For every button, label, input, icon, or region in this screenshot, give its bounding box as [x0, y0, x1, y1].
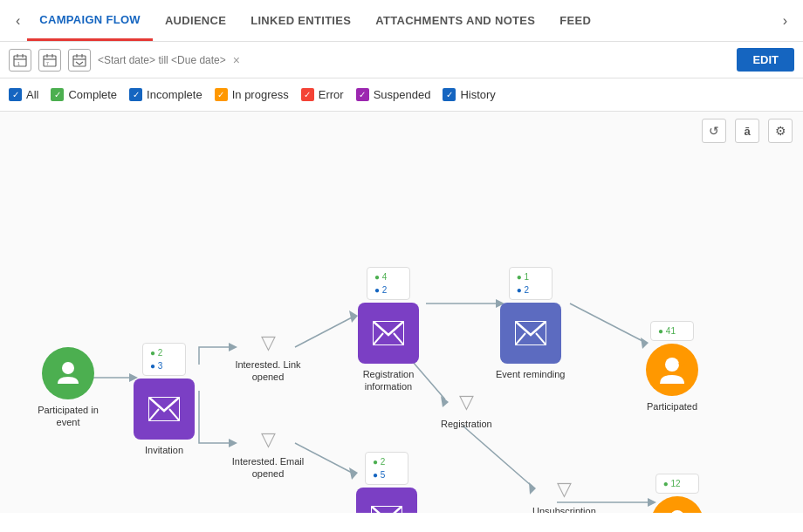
label-registration-info: Registration information [349, 368, 428, 393]
svg-line-28 [463, 426, 532, 487]
stat-er-green: ● 1 [517, 272, 529, 282]
filter-all[interactable]: ✓ All [9, 88, 38, 101]
stat-return-green: ● 2 [373, 457, 385, 467]
filter-complete[interactable]: ✓ Complete [51, 88, 117, 101]
node-participated[interactable]: ● 41 Participated [646, 321, 698, 413]
email-return [356, 488, 417, 513]
text-tool-button[interactable]: ā [735, 119, 759, 143]
svg-line-26 [570, 304, 644, 342]
stat-reg-info-green: ● 4 [374, 272, 387, 282]
svg-line-38 [373, 333, 383, 345]
svg-point-46 [665, 358, 679, 372]
filter-history-label: History [460, 88, 495, 101]
label-registration-filter: Registration [441, 418, 492, 430]
date-icon-2[interactable]: 7 [38, 49, 61, 72]
node-registration-filter: ▽ Registration [441, 391, 492, 430]
node-unsubscription-filter: ▽ Unsubscription [532, 478, 596, 513]
undo-button[interactable]: ↺ [702, 119, 726, 143]
svg-point-32 [62, 362, 74, 374]
tab-campaign-flow[interactable]: CAMPAIGN FLOW [27, 1, 153, 41]
node-unsubscribed[interactable]: ● 12 Unsubscribed [648, 474, 706, 513]
email-invitation [134, 379, 195, 440]
node-event-reminding[interactable]: ● 1 ● 2 Event reminding [496, 267, 566, 380]
checkbox-complete[interactable]: ✓ [51, 88, 64, 101]
date-range-clear-button[interactable]: × [233, 53, 240, 67]
stat-invitation-green: ● 2 [150, 348, 162, 358]
stats-return: ● 2 ● 5 [365, 452, 408, 485]
top-nav: ‹ CAMPAIGN FLOW AUDIENCE LINKED ENTITIES… [0, 0, 803, 42]
node-interested-link: ▽ Interested. Link opened [229, 331, 307, 384]
filter-icon-email: ▽ [261, 428, 276, 451]
email-event-reminding [500, 303, 561, 364]
stat-return-blue: ● 5 [373, 470, 385, 480]
tab-attachments-notes[interactable]: ATTACHMENTS AND NOTES [363, 2, 547, 39]
tab-audience[interactable]: AUDIENCE [153, 2, 238, 39]
stat-er-blue: ● 2 [517, 285, 529, 295]
filter-incomplete[interactable]: ✓ Incomplete [129, 88, 202, 101]
svg-rect-0 [14, 56, 26, 66]
email-registration-info [358, 303, 419, 364]
settings-tool-button[interactable]: ⚙ [768, 119, 793, 143]
stats-event-reminding: ● 1 ● 2 [509, 267, 552, 300]
label-event-reminding: Event reminding [496, 368, 566, 380]
stats-invitation: ● 2 ● 3 [142, 343, 186, 376]
stats-unsubscribed: ● 12 [655, 474, 699, 494]
date-icon-dropdown[interactable] [68, 49, 91, 72]
checkbox-all[interactable]: ✓ [9, 88, 22, 101]
checkbox-in-progress[interactable]: ✓ [215, 88, 228, 101]
nav-prev-arrow[interactable]: ‹ [9, 13, 27, 29]
circle-unsubscribed [651, 496, 703, 513]
label-invitation: Invitation [145, 444, 183, 456]
date-range-text: <Start date> till <Due date> [98, 54, 226, 66]
label-interested-link: Interested. Link opened [229, 358, 307, 384]
filter-in-progress[interactable]: ✓ In progress [215, 88, 289, 101]
checkbox-history[interactable]: ✓ [443, 88, 456, 101]
toolbar-row: 1 7 <Start date> till <Due date> × EDIT [0, 42, 803, 78]
checkbox-incomplete[interactable]: ✓ [129, 88, 142, 101]
stat-invitation-blue: ● 3 [150, 361, 162, 371]
svg-point-47 [670, 510, 684, 513]
stats-registration-info: ● 4 ● 2 [367, 267, 410, 300]
svg-text:7: 7 [46, 61, 49, 66]
stat-unsubscribed-green: ● 12 [663, 479, 681, 488]
label-participated-in-event: Participated in event [29, 404, 107, 429]
filter-icon-registration: ▽ [459, 391, 474, 413]
filter-icon-unsubscription: ▽ [557, 478, 572, 501]
checkbox-suspended[interactable]: ✓ [356, 88, 369, 101]
filter-all-label: All [26, 88, 38, 101]
svg-line-45 [536, 333, 546, 345]
date-icon-1[interactable]: 1 [9, 49, 31, 72]
circle-participated [646, 344, 698, 396]
nav-next-arrow[interactable]: › [776, 13, 794, 29]
stat-reg-info-blue: ● 2 [374, 285, 387, 295]
node-registration-info[interactable]: ● 4 ● 2 Registration information [349, 267, 428, 393]
filter-error[interactable]: ✓ Error [301, 88, 344, 101]
label-interested-email: Interested. Email opened [229, 455, 307, 481]
tab-feed[interactable]: FEED [547, 2, 603, 39]
filter-suspended-label: Suspended [374, 88, 431, 101]
svg-text:1: 1 [17, 61, 20, 66]
checkbox-error[interactable]: ✓ [301, 88, 314, 101]
node-interested-email: ▽ Interested. Email opened [229, 428, 307, 481]
label-participated: Participated [647, 400, 697, 413]
filter-incomplete-label: Incomplete [147, 88, 202, 101]
filter-suspended[interactable]: ✓ Suspended [356, 88, 431, 101]
filter-in-progress-label: In progress [232, 88, 289, 101]
filter-history[interactable]: ✓ History [443, 88, 495, 101]
filter-complete-label: Complete [68, 88, 117, 101]
svg-line-35 [169, 409, 180, 421]
tab-linked-entities[interactable]: LINKED ENTITIES [238, 2, 363, 39]
svg-line-34 [148, 409, 159, 421]
circle-participated-in-event [42, 347, 94, 399]
label-unsubscription-filter: Unsubscription [532, 505, 596, 513]
canvas-toolbar: ↺ ā ⚙ [702, 119, 793, 143]
edit-button[interactable]: EDIT [737, 48, 794, 72]
stat-participated-green: ● 41 [658, 326, 676, 336]
filter-icon-link: ▽ [261, 331, 276, 354]
campaign-flow-canvas[interactable]: ↺ ā ⚙ [0, 112, 803, 513]
filter-error-label: Error [319, 88, 344, 101]
node-participated-in-event[interactable]: Participated in event [29, 347, 107, 429]
node-return[interactable]: ● 2 ● 5 Return... [356, 452, 417, 513]
node-invitation[interactable]: ● 2 ● 3 Invitation [134, 343, 195, 456]
filter-row: ✓ All ✓ Complete ✓ Incomplete ✓ In progr… [0, 78, 803, 112]
